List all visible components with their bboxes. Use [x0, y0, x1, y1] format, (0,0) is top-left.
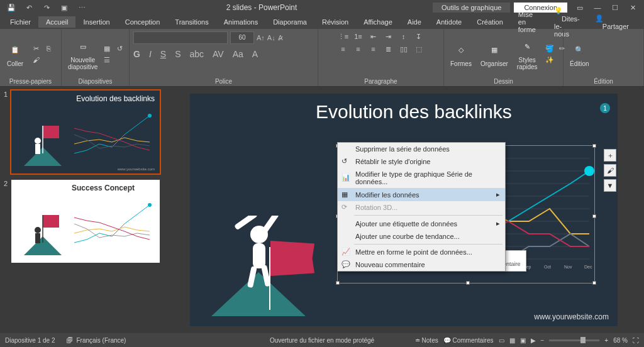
shapes-button[interactable]: ◇ Formes	[448, 40, 474, 69]
slide-editor[interactable]: Evolution des backlinks 1 www.yourwebsit…	[164, 87, 644, 333]
columns-icon[interactable]: ▯▯	[397, 44, 411, 54]
font-color-icon[interactable]: A	[252, 49, 258, 59]
tab-view[interactable]: Affichage	[356, 16, 400, 28]
chart-icon: 📊	[341, 174, 350, 182]
underline-icon[interactable]: S	[160, 49, 166, 59]
slide-thumbnail-2[interactable]: Success Concept	[11, 180, 160, 263]
undo-icon[interactable]: ↶	[20, 0, 38, 15]
comments-button[interactable]: 💬 Commentaires	[443, 337, 494, 344]
menu-change-chart-type[interactable]: 📊Modifier le type de graphique Série de …	[338, 168, 505, 188]
tab-slideshow[interactable]: Diaporama	[265, 16, 314, 28]
shape-fill-icon[interactable]: 🪣	[544, 43, 555, 53]
paste-button[interactable]: 📋 Coller	[4, 40, 26, 69]
slideshow-icon[interactable]: ▣	[55, 0, 73, 15]
reading-view-icon[interactable]: ▣	[520, 337, 526, 344]
menu-add-data-label[interactable]: Ajouter une étiquette de données▸	[338, 217, 505, 230]
slide-thumbnails-panel[interactable]: 1 Evolution des backlinks	[0, 87, 164, 333]
align-right-icon[interactable]: ≡	[367, 44, 380, 54]
tab-antidote[interactable]: Antidote	[429, 16, 469, 28]
svg-rect-17	[261, 265, 271, 287]
line-spacing-icon[interactable]: ↕	[397, 31, 411, 41]
tab-review[interactable]: Révision	[314, 16, 356, 28]
format-icon: 📈	[341, 248, 350, 256]
spell-icon[interactable]: 🗐	[67, 337, 73, 344]
slideshow-view-icon[interactable]: ▶	[531, 337, 536, 344]
zoom-in-icon[interactable]: +	[604, 337, 608, 344]
chevron-right-icon: ▸	[496, 219, 500, 228]
language-indicator[interactable]: Français (France)	[77, 337, 126, 344]
arrange-button[interactable]: ▦ Organiser	[478, 40, 511, 69]
editing-button[interactable]: 🔍 Édition	[567, 40, 592, 69]
align-center-icon[interactable]: ≡	[352, 44, 365, 54]
slide-canvas[interactable]: Evolution des backlinks 1 www.yourwebsit…	[190, 94, 618, 326]
font-size-select[interactable]: 60	[230, 31, 254, 44]
indent-left-icon[interactable]: ⇤	[367, 31, 380, 41]
slide-title[interactable]: Evolution des backlinks	[316, 101, 512, 123]
tab-help[interactable]: Aide	[400, 16, 429, 28]
chevron-right-icon: ▸	[496, 190, 500, 199]
save-icon[interactable]: 💾	[3, 0, 20, 15]
more-icon[interactable]: ⋯	[73, 0, 91, 15]
shape-effects-icon[interactable]: ✨	[544, 55, 555, 65]
shadow-icon[interactable]: S	[175, 49, 180, 59]
text-direction-icon[interactable]: ↧	[412, 31, 426, 41]
case-icon[interactable]: Aa	[233, 49, 243, 59]
menu-edit-data[interactable]: ▦Modifier les données▸	[338, 188, 505, 201]
svg-rect-16	[247, 266, 257, 288]
svg-rect-13	[253, 243, 265, 268]
slide-counter[interactable]: Diapositive 1 de 2	[5, 337, 55, 344]
indent-right-icon[interactable]: ⇥	[382, 31, 396, 41]
smartart-icon[interactable]: ⬚	[412, 44, 426, 54]
zoom-level[interactable]: 68 %	[613, 337, 628, 344]
italic-icon[interactable]: I	[149, 49, 152, 59]
align-left-icon[interactable]: ≡	[336, 44, 350, 54]
normal-view-icon[interactable]: ▭	[499, 337, 504, 344]
chart-elements-icon[interactable]: ＋	[604, 149, 616, 162]
spacing-icon[interactable]: AV	[213, 49, 224, 59]
font-family-select[interactable]	[133, 31, 228, 44]
bold-icon[interactable]: G	[133, 49, 140, 59]
clipboard-icon: 📋	[6, 41, 24, 59]
zoom-out-icon[interactable]: −	[541, 337, 545, 344]
redo-icon[interactable]: ↷	[38, 0, 55, 15]
strike-icon[interactable]: abc	[189, 49, 204, 59]
group-label: Police	[133, 77, 314, 85]
quick-styles-button[interactable]: ✎ Styles rapides	[514, 36, 540, 72]
section-icon[interactable]: ☰	[101, 55, 113, 65]
tab-transitions[interactable]: Transitions	[167, 16, 216, 28]
chart-styles-icon[interactable]: 🖌	[604, 164, 616, 177]
tab-creation[interactable]: Création	[469, 16, 511, 28]
decrease-font-icon[interactable]: A↓	[267, 34, 275, 41]
numbering-icon[interactable]: 1≡	[352, 31, 365, 41]
menu-format-data-point[interactable]: 📈Mettre en forme le point de données...	[338, 246, 505, 258]
reset-icon: ↺	[341, 157, 350, 166]
layout-icon[interactable]: ▦	[101, 43, 113, 53]
tab-animations[interactable]: Animations	[216, 16, 265, 28]
tab-insert[interactable]: Insertion	[75, 16, 117, 28]
tab-file[interactable]: Fichier	[3, 16, 38, 28]
copy-icon[interactable]: ⎘	[43, 43, 54, 53]
increase-font-icon[interactable]: A↑	[257, 34, 265, 41]
format-painter-icon[interactable]: 🖌	[30, 55, 42, 65]
cut-icon[interactable]: ✂	[30, 43, 42, 53]
contextual-tab-label[interactable]: Outils de graphique	[433, 3, 510, 13]
menu-delete-series[interactable]: Supprimer la série de données	[338, 143, 505, 155]
bullets-icon[interactable]: ⋮≡	[336, 31, 350, 41]
sorter-view-icon[interactable]: ▦	[509, 337, 515, 344]
menu-add-trendline[interactable]: Ajouter une courbe de tendance...	[338, 230, 505, 243]
slide-thumbnail-1[interactable]: Evolution des backlinks www.yourwe	[11, 91, 160, 174]
menu-new-comment[interactable]: 💬Nouveau commentaire	[338, 258, 505, 271]
zoom-slider[interactable]	[549, 339, 599, 341]
fit-window-icon[interactable]: ⛶	[633, 337, 639, 344]
tab-home[interactable]: Accueil	[38, 16, 75, 28]
clear-format-icon[interactable]: A̷	[278, 34, 283, 42]
chart-filter-icon[interactable]: ▼	[604, 179, 616, 192]
tab-design[interactable]: Conception	[118, 16, 168, 28]
new-slide-button[interactable]: ▭ Nouvelle diapositive	[65, 36, 100, 72]
notes-button[interactable]: ≐ Notes	[415, 337, 438, 344]
reset-icon[interactable]: ↺	[114, 43, 125, 53]
justify-icon[interactable]: ≣	[382, 44, 396, 54]
comment-icon: 💬	[341, 260, 350, 269]
menu-reset-style[interactable]: ↺Rétablir le style d'origine	[338, 155, 505, 168]
protected-view-notice[interactable]: Ouverture du fichier en mode protégé	[270, 337, 374, 344]
